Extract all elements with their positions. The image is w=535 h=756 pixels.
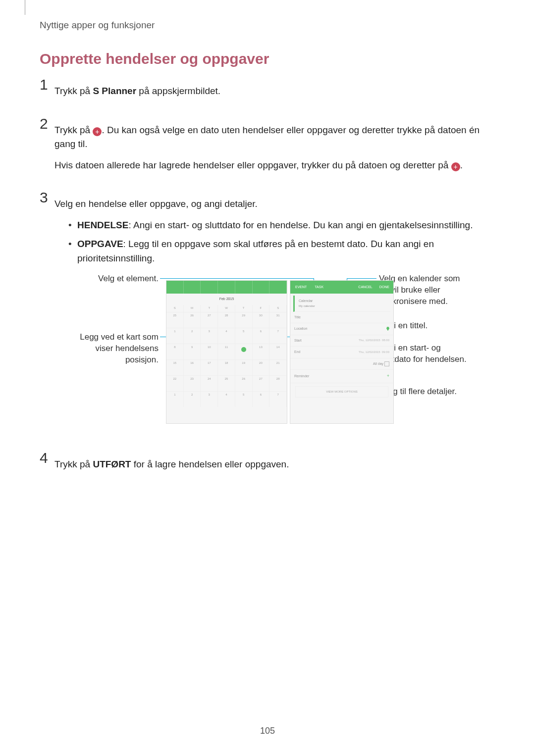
calendar-cell	[235, 344, 253, 359]
calendar-cell: 29	[235, 312, 253, 328]
calendar-tab	[166, 281, 184, 294]
calendar-cell: 4	[218, 328, 235, 344]
plus-icon: +	[451, 162, 460, 171]
margin-rule	[25, 0, 25, 15]
calendar-cell: 7	[269, 391, 287, 407]
calendar-cell: 18	[218, 359, 235, 375]
calendar-tab	[184, 281, 201, 294]
calendar-header	[166, 281, 287, 294]
field-calendar-value: My calendar	[299, 304, 315, 308]
field-reminder: Reminder +	[290, 370, 393, 383]
step4-pre: Trykk på	[54, 459, 93, 469]
step4-bold: UTFØRT	[93, 459, 131, 469]
calendar-cell: 27	[253, 375, 270, 391]
calendar-cell: 26	[184, 312, 201, 328]
callout-attach-map-2: Legg ved et kart som viser hendelsens po…	[72, 332, 159, 366]
calendar-cell: 30	[253, 312, 270, 328]
calendar-cell: 25	[218, 375, 235, 391]
calendar-cell: 2	[184, 391, 201, 407]
done-label: DONE	[377, 284, 391, 291]
step2-p1-pre: Trykk på	[54, 125, 93, 135]
pin-icon	[386, 327, 389, 331]
calendar-tab	[201, 281, 218, 294]
calendar-month-label: Feb 2015	[166, 294, 287, 305]
field-allday: All day	[290, 358, 393, 370]
page-heading: Opprette hendelser og oppgaver	[40, 50, 495, 67]
bullet-hendelse-bold: HENDELSE	[77, 220, 128, 230]
cancel-label: CANCEL	[356, 284, 374, 291]
plus-icon: +	[387, 373, 389, 380]
field-calendar: Calendar My calendar	[293, 296, 390, 312]
diagram: Velg et element. Legg ved et kart som vi…	[72, 273, 478, 432]
calendar-cell: 28	[218, 312, 235, 328]
field-title: Title	[290, 312, 393, 324]
calendar-cell: 14	[269, 344, 287, 359]
calendar-tab	[218, 281, 235, 294]
step1-bold: S Planner	[93, 86, 136, 96]
calendar-cell: 24	[201, 375, 218, 391]
field-end-date: Thu, 12/02/2015	[359, 351, 380, 353]
step-number-4: 4	[40, 451, 54, 479]
calendar-cell: 27	[201, 312, 218, 328]
calendar-cell: 28	[269, 375, 287, 391]
calendar-tab	[253, 281, 270, 294]
field-reminder-label: Reminder	[294, 374, 309, 379]
step-body-1: Trykk på S Planner på appskjermbildet.	[54, 77, 495, 105]
calendar-tab	[269, 281, 287, 294]
calendar-day-header: W	[218, 305, 235, 312]
section-header: Nyttige apper og funksjoner	[40, 20, 495, 31]
step1-pre: Trykk på	[54, 86, 93, 96]
bullet-oppgave-bold: OPPGAVE	[77, 239, 123, 249]
calendar-cell: 15	[166, 359, 184, 375]
calendar-cell: 20	[253, 359, 270, 375]
calendar-cell: 9	[184, 344, 201, 359]
leader-line	[347, 278, 376, 279]
calendar-cell: 19	[235, 359, 253, 375]
step2-p2-pre: Hvis datoen allerede har lagrede hendels…	[54, 160, 451, 170]
screenshot-event-form: EVENT TASK CANCEL DONE Calendar My calen…	[290, 280, 394, 424]
field-calendar-label: Calendar	[299, 299, 315, 304]
calendar-cell: 21	[269, 359, 287, 375]
field-title-label: Title	[294, 315, 301, 320]
calendar-day-header: T	[201, 305, 218, 312]
calendar-cell: 3	[201, 391, 218, 407]
event-tab: EVENT	[292, 283, 310, 292]
field-end-time: 09:00	[382, 351, 389, 353]
bullet-hendelse-text: : Angi en start- og sluttdato for en hen…	[128, 220, 473, 230]
leader-line	[160, 278, 314, 279]
page-number: 105	[0, 726, 535, 736]
calendar-day-header: M	[184, 305, 201, 312]
calendar-cell: 25	[166, 312, 184, 328]
step-body-4: Trykk på UTFØRT for å lagre hendelsen el…	[54, 451, 495, 479]
step3-intro: Velg en hendelse eller oppgave, og angi …	[54, 197, 495, 211]
calendar-cell: 7	[269, 328, 287, 344]
field-start-time: 08:00	[382, 339, 389, 342]
task-tab: TASK	[313, 284, 325, 291]
field-start-label: Start	[294, 338, 302, 344]
calendar-cell: 13	[253, 344, 270, 359]
step-number-3: 3	[40, 190, 54, 440]
calendar-cell: 16	[184, 359, 201, 375]
calendar-cell: 8	[166, 344, 184, 359]
calendar-cell: 6	[253, 328, 270, 344]
calendar-cell: 5	[235, 391, 253, 407]
step-body-3: Velg en hendelse eller oppgave, og angi …	[54, 190, 495, 440]
calendar-day-header: S	[166, 305, 184, 312]
calendar-cell: 22	[166, 375, 184, 391]
calendar-cell: 31	[269, 312, 287, 328]
bullet-oppgave-text: : Legg til en oppgave som skal utføres p…	[77, 239, 434, 263]
calendar-day-header: S	[269, 305, 287, 312]
calendar-cell: 11	[218, 344, 235, 359]
calendar-cell: 4	[218, 391, 235, 407]
calendar-cell: 10	[201, 344, 218, 359]
calendar-cell: 6	[253, 391, 270, 407]
step-number-2: 2	[40, 116, 54, 180]
calendar-grid: SMTWTFS252627282930311234567891011131415…	[166, 305, 287, 407]
field-location: Location	[290, 323, 393, 335]
step-number-1: 1	[40, 77, 54, 105]
plus-icon: +	[93, 127, 102, 136]
calendar-cell: 2	[184, 328, 201, 344]
step2-p2-post: .	[460, 160, 463, 170]
calendar-cell: 17	[201, 359, 218, 375]
screenshot-calendar: Feb 2015 SMTWTFS252627282930311234567891…	[166, 280, 287, 424]
